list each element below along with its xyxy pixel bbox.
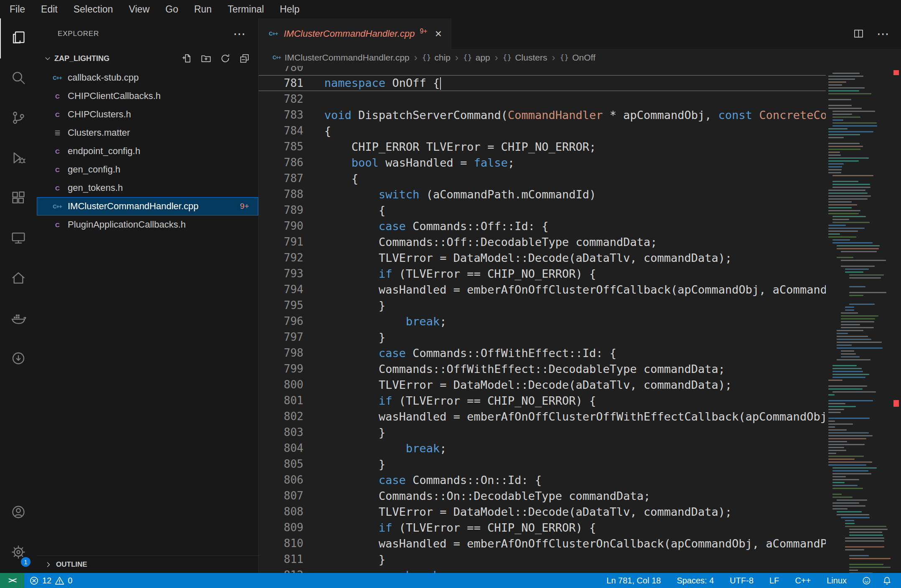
code-line[interactable]: 791 Commands::Off::DecodableType command…: [259, 234, 826, 250]
activity-source-control[interactable]: [0, 99, 37, 139]
code-line[interactable]: 782: [259, 91, 826, 107]
activity-extensions[interactable]: [0, 179, 37, 219]
text-cursor: [440, 77, 441, 90]
status-c[interactable]: C++: [795, 576, 811, 585]
code-line[interactable]: 808 TLVError = DataModel::Decode(aDataTl…: [259, 504, 826, 520]
code-line[interactable]: 789 {: [259, 202, 826, 218]
file-item[interactable]: Cgen_config.h: [37, 160, 258, 179]
code-line[interactable]: 806 case Commands::On::Id: {: [259, 472, 826, 488]
activity-search[interactable]: [0, 58, 37, 99]
file-item[interactable]: Cgen_tokens.h: [37, 179, 258, 197]
menu-file[interactable]: File: [2, 0, 33, 18]
breadcrumb-item[interactable]: {}OnOff: [560, 53, 595, 63]
code-line[interactable]: 796 break;: [259, 313, 826, 329]
close-icon[interactable]: ×: [435, 28, 442, 40]
outline-section[interactable]: OUTLINE: [37, 555, 258, 573]
code-line[interactable]: 784{: [259, 123, 826, 139]
menu-edit[interactable]: Edit: [33, 0, 66, 18]
breadcrumb-item[interactable]: {}Clusters: [503, 53, 547, 63]
code-line[interactable]: 809 if (TLVError == CHIP_NO_ERROR) {: [259, 520, 826, 535]
status-lf[interactable]: LF: [769, 576, 779, 585]
activity-home[interactable]: [0, 259, 37, 299]
file-name: Clusters.matter: [68, 127, 130, 138]
file-item[interactable]: CCHIPClientCallbacks.h: [37, 87, 258, 105]
menu-view[interactable]: View: [121, 0, 157, 18]
new-file-icon[interactable]: [181, 53, 192, 64]
activity-accounts[interactable]: [0, 493, 37, 533]
tab-imclustercommandhandler[interactable]: C++ IMClusterCommandHandler.cpp 9+ ×: [259, 18, 451, 49]
code-line[interactable]: 804 break;: [259, 440, 826, 456]
activity-run-debug[interactable]: [0, 139, 37, 179]
activity-docker[interactable]: [0, 299, 37, 339]
activity-explorer[interactable]: [0, 18, 37, 58]
code-line[interactable]: 803 }: [259, 424, 826, 440]
file-item[interactable]: CPluginApplicationCallbacks.h: [37, 215, 258, 234]
menu-go[interactable]: Go: [158, 0, 186, 18]
code-line[interactable]: 800 TLVError = DataModel::Decode(aDataTl…: [259, 377, 826, 393]
line-text: case Commands::Off::Id: {: [303, 220, 826, 233]
activity-remote-explorer[interactable]: [0, 219, 37, 259]
code-line[interactable]: 793 if (TLVError == CHIP_NO_ERROR) {: [259, 266, 826, 281]
code-line[interactable]: 812 break;: [259, 567, 826, 573]
code-line[interactable]: 795 }: [259, 297, 826, 313]
activity-settings[interactable]: 1: [0, 533, 37, 573]
code-line[interactable]: 798 case Commands::OffWithEffect::Id: {: [259, 345, 826, 361]
code-line[interactable]: 788 switch (aCommandPath.mCommandId): [259, 186, 826, 202]
bell-icon[interactable]: [882, 576, 892, 585]
code-line[interactable]: 786 bool wasHandled = false;: [259, 155, 826, 170]
code-line[interactable]: 792 TLVError = DataModel::Decode(aDataTl…: [259, 250, 826, 266]
line-number: 806: [259, 474, 303, 486]
editor-actions: ⋯: [853, 18, 901, 49]
code-line[interactable]: 801 if (TLVError == CHIP_NO_ERROR) {: [259, 393, 826, 408]
code-editor[interactable]: 780781namespace OnOff {782783void Dispat…: [259, 66, 901, 573]
file-item[interactable]: ≣Clusters.matter: [37, 124, 258, 142]
activity-dependencies[interactable]: [0, 339, 37, 379]
code-line[interactable]: 799 Commands::OffWithEffect::DecodableTy…: [259, 361, 826, 377]
collapse-all-icon[interactable]: [239, 53, 250, 64]
code-line[interactable]: 811 }: [259, 551, 826, 567]
code-line[interactable]: 783void DispatchServerCommand(CommandHan…: [259, 107, 826, 123]
problems-status[interactable]: 12 0: [24, 576, 77, 585]
file-name: callback-stub.cpp: [68, 72, 139, 83]
code-line[interactable]: 781namespace OnOff {: [259, 75, 826, 91]
code-line[interactable]: 785 CHIP_ERROR TLVError = CHIP_NO_ERROR;: [259, 139, 826, 155]
menu-terminal[interactable]: Terminal: [220, 0, 272, 18]
h-file-icon: C: [52, 182, 63, 193]
menu-selection[interactable]: Selection: [66, 0, 121, 18]
code-line[interactable]: 790 case Commands::Off::Id: {: [259, 218, 826, 234]
file-item[interactable]: Cendpoint_config.h: [37, 142, 258, 160]
breadcrumb-item[interactable]: C++IMClusterCommandHandler.cpp: [272, 52, 410, 63]
source-control-icon: [10, 110, 26, 127]
new-folder-icon[interactable]: [201, 53, 211, 64]
more-actions-icon[interactable]: ⋯: [233, 28, 246, 40]
code-line[interactable]: 802 wasHandled = emberAfOnOffClusterOffW…: [259, 408, 826, 424]
chevron-right-icon: ›: [414, 53, 417, 63]
code-line[interactable]: 787 {: [259, 170, 826, 186]
folder-section-header[interactable]: ZAP_LIGHTING: [37, 49, 258, 68]
file-item[interactable]: C++callback-stub.cpp: [37, 68, 258, 87]
code-line[interactable]: 794 wasHandled = emberAfOnOffClusterOffC…: [259, 281, 826, 297]
code-line[interactable]: 780: [259, 66, 826, 75]
code-line[interactable]: 797 }: [259, 329, 826, 345]
breadcrumb-item[interactable]: {}chip: [422, 53, 450, 63]
file-item[interactable]: C++IMClusterCommandHandler.cpp9+: [37, 197, 258, 215]
status-linux[interactable]: Linux: [827, 576, 847, 585]
status-utf-8[interactable]: UTF-8: [730, 576, 753, 585]
status-ln-781-col-18[interactable]: Ln 781, Col 18: [606, 576, 661, 585]
status-right-items: Ln 781, Col 18Spaces: 4UTF-8LFC++Linux: [606, 576, 847, 585]
feedback-smiley-icon[interactable]: [862, 576, 871, 585]
more-actions-icon[interactable]: ⋯: [877, 28, 889, 40]
menu-help[interactable]: Help: [272, 0, 308, 18]
cpp-file-icon: C++: [52, 201, 63, 212]
status-spaces-4[interactable]: Spaces: 4: [677, 576, 714, 585]
menu-run[interactable]: Run: [186, 0, 219, 18]
refresh-icon[interactable]: [220, 53, 231, 64]
breadcrumb-item[interactable]: {}app: [463, 53, 490, 63]
remote-indicator[interactable]: ><: [0, 573, 24, 588]
code-line[interactable]: 805 }: [259, 456, 826, 472]
code-line[interactable]: 807 Commands::On::DecodableType commandD…: [259, 488, 826, 504]
code-line[interactable]: 810 wasHandled = emberAfOnOffClusterOnCa…: [259, 535, 826, 551]
file-item[interactable]: CCHIPClusters.h: [37, 105, 258, 124]
split-editor-icon[interactable]: [853, 28, 864, 39]
minimap[interactable]: [826, 66, 891, 573]
